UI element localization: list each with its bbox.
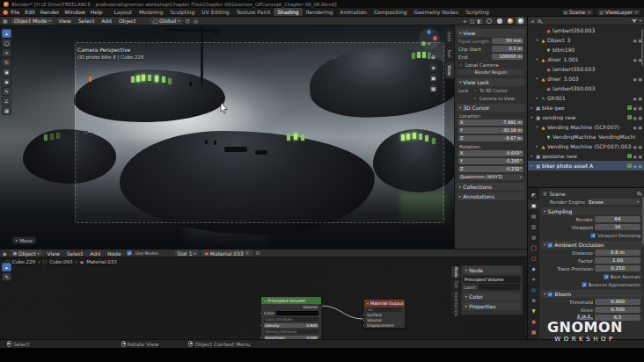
- workspace-tab-scripting[interactable]: Scripting: [462, 8, 493, 16]
- hide-eye-icon[interactable]: ◉: [633, 125, 636, 130]
- outliner-row[interactable]: ▾▲diner_3.003◉▣: [528, 74, 644, 83]
- sampling-viewport-field[interactable]: 16: [595, 224, 640, 230]
- hide-eye-icon[interactable]: ◉: [633, 115, 636, 120]
- remove-viewlayer-icon[interactable]: ×: [634, 10, 639, 15]
- exclude-checkbox[interactable]: [627, 115, 632, 119]
- move-view-icon[interactable]: ◈: [429, 63, 437, 71]
- outliner-row[interactable]: ▸▦geozone new◉▣: [528, 151, 644, 161]
- color-input-socket[interactable]: [260, 312, 262, 315]
- principled-volume-node[interactable]: ▾Principled Volume Volume Color Color At…: [260, 296, 322, 339]
- annotate-tool[interactable]: ✎: [2, 87, 11, 96]
- density-attribute-field[interactable]: Density Attribute: [264, 329, 318, 334]
- snap-magnet-icon[interactable]: Ω: [186, 18, 190, 25]
- mode-dropdown[interactable]: Object Mode ▾: [11, 18, 54, 25]
- section-view-lock[interactable]: ▾View Lock: [457, 78, 525, 86]
- cursor-rotation-x-field[interactable]: X-0.603°: [458, 150, 523, 156]
- volume-input-socket[interactable]: [362, 319, 365, 322]
- bloom-knee-field[interactable]: 0.500: [595, 307, 640, 313]
- local-camera-checkbox[interactable]: [458, 62, 464, 68]
- shader-menu-node[interactable]: Node: [106, 250, 123, 257]
- properties-tab-physics[interactable]: ◎: [528, 285, 539, 294]
- properties-tab-constraints[interactable]: ⊗: [528, 295, 539, 305]
- outliner-row[interactable]: ◉lambert350.003: [528, 64, 644, 74]
- section-ambient-occlusion[interactable]: ▾Ambient Occlusion: [541, 241, 642, 249]
- expand-caret[interactable]: ▸: [530, 163, 534, 168]
- disable-render-icon[interactable]: ▣: [638, 115, 642, 120]
- expand-caret[interactable]: ▸: [535, 144, 539, 148]
- node-editor-canvas[interactable]: ▢ Cube.226 › ▢ Cube.093 › ◉ Material.033…: [0, 257, 527, 339]
- filter-funnel-icon[interactable]: [632, 19, 637, 23]
- expand-caret[interactable]: ▾: [535, 38, 539, 42]
- shader-menu-add[interactable]: Add: [88, 250, 102, 257]
- bent-normals-checkbox[interactable]: [604, 274, 609, 279]
- exclude-checkbox[interactable]: [627, 154, 632, 158]
- color-attribute-field[interactable]: Color Attribute: [264, 317, 318, 322]
- node-label-field[interactable]: [479, 284, 520, 290]
- density-input-socket[interactable]: [260, 324, 262, 327]
- menu-file[interactable]: File: [8, 8, 22, 16]
- workspace-tab-compositing[interactable]: Compositing: [370, 8, 411, 16]
- ambient-occlusion-checkbox[interactable]: [547, 243, 553, 248]
- hide-eye-icon[interactable]: ◉: [633, 144, 636, 149]
- outliner-row[interactable]: ▾▲diner_1.001◉▣: [528, 54, 644, 64]
- properties-tab-output[interactable]: ▤: [528, 211, 539, 221]
- workspace-tab-rendering[interactable]: Rendering: [303, 8, 337, 16]
- menu-window[interactable]: Window: [62, 8, 88, 16]
- section-node-color[interactable]: ▸Color: [463, 293, 521, 300]
- expand-caret[interactable]: ▾: [530, 115, 534, 119]
- workspace-tab-shading[interactable]: Shading: [274, 8, 302, 16]
- section-node[interactable]: ▾Node: [463, 266, 521, 274]
- add-primitive-tool[interactable]: ▦: [2, 106, 11, 115]
- search-icon[interactable]: [637, 192, 640, 195]
- lock-to-3d-cursor-checkbox[interactable]: [472, 88, 478, 93]
- outliner-row[interactable]: ▸▲Vending Machine (SCP.007).003◉▣: [528, 141, 644, 151]
- focal-length-field[interactable]: 50 mm: [492, 38, 523, 44]
- ao-distance-field[interactable]: 0.8 m: [595, 250, 640, 256]
- section-view[interactable]: ▾View: [457, 29, 525, 37]
- menu-edit[interactable]: Edit: [22, 8, 38, 16]
- workspace-tab-texture-paint[interactable]: Texture Paint: [233, 8, 274, 16]
- rotate-tool[interactable]: ↻: [2, 58, 11, 67]
- volume-output-socket[interactable]: [320, 306, 323, 308]
- hide-eye-icon[interactable]: ◉: [633, 105, 636, 111]
- workspace-tab-geometry-nodes[interactable]: Geometry Nodes: [411, 8, 463, 16]
- bounces-approximation-checkbox[interactable]: [582, 282, 587, 287]
- workspace-tab-layout[interactable]: Layout: [111, 8, 135, 16]
- expand-caret[interactable]: ▾: [535, 125, 539, 129]
- workspace-tab-uv-editing[interactable]: UV Editing: [198, 8, 232, 16]
- disable-render-icon[interactable]: ▣: [638, 163, 642, 169]
- show-gizmo-icon[interactable]: +: [463, 18, 467, 25]
- material-name-field[interactable]: ◉ Material.033 ×: [201, 250, 252, 257]
- anisotropy-slider[interactable]: Anisotropy0.000: [264, 336, 318, 339]
- properties-tab-tool[interactable]: ◩: [528, 190, 539, 199]
- outliner-editor-icon[interactable]: ≡: [531, 18, 535, 24]
- shading-wireframe-button[interactable]: [485, 17, 493, 25]
- proportional-edit-icon[interactable]: ◎: [194, 18, 198, 25]
- hide-eye-icon[interactable]: ◉: [633, 76, 636, 82]
- menu-help[interactable]: Help: [88, 8, 106, 16]
- shading-rendered-button[interactable]: [516, 17, 524, 25]
- cursor-tool[interactable]: ◯: [2, 39, 11, 47]
- move-tool[interactable]: +: [2, 48, 11, 57]
- cursor-rotation-y-field[interactable]: Y-0.295°: [458, 158, 523, 164]
- properties-tab-particles[interactable]: ∗: [528, 274, 539, 284]
- expand-caret[interactable]: ▾: [535, 76, 539, 81]
- expand-caret[interactable]: ▸: [530, 154, 534, 158]
- properties-tab-scene[interactable]: ◍: [528, 232, 539, 242]
- outliner-row[interactable]: ◉lambert350.003: [528, 83, 644, 93]
- output-target-dropdown[interactable]: All: [367, 308, 402, 312]
- cursor-location-x-field[interactable]: X-7.981 m: [458, 119, 523, 126]
- sidebar-tab-item[interactable]: Item: [445, 29, 454, 45]
- properties-tab-object[interactable]: ▢: [528, 253, 539, 263]
- hide-eye-icon[interactable]: ◉: [633, 154, 636, 159]
- clip-end-field[interactable]: 100000 m: [492, 54, 523, 60]
- node-sidebar-tab-options[interactable]: Options: [451, 303, 460, 315]
- redo-panel[interactable]: ▸ Move: [12, 236, 36, 244]
- render-engine-dropdown[interactable]: Eevee▾: [587, 199, 640, 205]
- hide-eye-icon[interactable]: ◉: [633, 96, 636, 101]
- overlays-icon[interactable]: ◫: [470, 18, 475, 25]
- disable-render-icon[interactable]: ▣: [638, 154, 642, 159]
- exclude-checkbox[interactable]: [627, 163, 632, 168]
- properties-tab-render[interactable]: ▣: [528, 200, 539, 210]
- unlink-material-icon[interactable]: ×: [245, 250, 250, 256]
